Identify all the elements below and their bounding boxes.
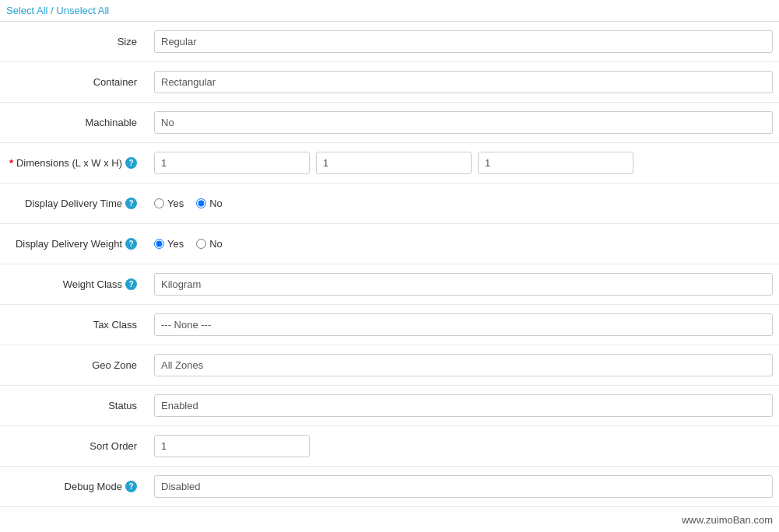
- dimension-w-input[interactable]: [316, 152, 472, 174]
- display-delivery-time-row: Display Delivery Time ? Yes No: [0, 184, 779, 224]
- geo-zone-select[interactable]: All Zones: [154, 354, 773, 376]
- size-row: Size Regular: [0, 22, 779, 62]
- display-delivery-weight-radio-group: Yes No: [154, 238, 773, 250]
- geo-zone-row: Geo Zone All Zones: [0, 345, 779, 386]
- dimensions-label: * Dimensions (L x W x H) ?: [0, 157, 148, 169]
- sort-order-input[interactable]: [154, 435, 310, 457]
- container-control: Rectangular: [148, 71, 779, 93]
- container-select[interactable]: Rectangular: [154, 71, 773, 93]
- debug-mode-row: Debug Mode ? Disabled: [0, 467, 779, 507]
- tax-class-label: Tax Class: [0, 319, 148, 331]
- required-star: *: [9, 157, 13, 169]
- dimensions-row: * Dimensions (L x W x H) ?: [0, 143, 779, 184]
- select-all-link[interactable]: Select All: [6, 5, 47, 16]
- display-delivery-time-label: Display Delivery Time ?: [0, 198, 148, 209]
- sort-order-control: [148, 435, 779, 457]
- delivery-weight-no-label[interactable]: No: [196, 238, 223, 250]
- display-delivery-time-radio-group: Yes No: [154, 198, 773, 209]
- debug-mode-label: Debug Mode ?: [0, 481, 148, 492]
- delivery-time-yes-radio[interactable]: [154, 198, 164, 208]
- delivery-time-yes-label[interactable]: Yes: [154, 198, 184, 209]
- delivery-weight-yes-label[interactable]: Yes: [154, 238, 184, 250]
- machinable-label: Machinable: [0, 117, 148, 128]
- tax-class-control: --- None ---: [148, 313, 779, 336]
- weight-class-help-icon[interactable]: ?: [125, 278, 137, 290]
- machinable-control: No: [148, 111, 779, 134]
- top-link-bar: Select All / Unselect All: [0, 0, 779, 22]
- page-wrapper: Select All / Unselect All Size Regular C…: [0, 0, 779, 532]
- status-label: Status: [0, 400, 148, 411]
- machinable-select[interactable]: No: [154, 111, 773, 134]
- debug-mode-help-icon[interactable]: ?: [125, 481, 137, 492]
- unselect-all-link[interactable]: Unselect All: [56, 5, 109, 16]
- weight-class-label: Weight Class ?: [0, 278, 148, 290]
- geo-zone-label: Geo Zone: [0, 359, 148, 371]
- display-delivery-weight-help-icon[interactable]: ?: [125, 238, 137, 250]
- delivery-weight-no-radio[interactable]: [196, 239, 206, 249]
- display-delivery-weight-control: Yes No: [148, 238, 779, 250]
- debug-mode-select[interactable]: Disabled: [154, 475, 773, 498]
- weight-class-control: Kilogram: [148, 273, 779, 296]
- delivery-weight-yes-radio[interactable]: [154, 239, 164, 249]
- dimensions-control: [148, 152, 779, 174]
- delivery-time-no-radio[interactable]: [196, 198, 206, 208]
- status-select[interactable]: Enabled: [154, 394, 773, 417]
- container-label: Container: [0, 76, 148, 88]
- display-delivery-weight-row: Display Delivery Weight ? Yes No: [0, 224, 779, 264]
- size-select[interactable]: Regular: [154, 30, 773, 53]
- delivery-time-no-label[interactable]: No: [196, 198, 223, 209]
- display-delivery-time-help-icon[interactable]: ?: [125, 198, 137, 209]
- size-control: Regular: [148, 30, 779, 53]
- sort-order-row: Sort Order: [0, 426, 779, 467]
- display-delivery-weight-label: Display Delivery Weight ?: [0, 238, 148, 250]
- display-delivery-time-control: Yes No: [148, 198, 779, 209]
- link-divider: /: [47, 5, 56, 16]
- dimensions-help-icon[interactable]: ?: [125, 157, 137, 169]
- container-row: Container Rectangular: [0, 62, 779, 103]
- size-label: Size: [0, 36, 148, 47]
- dimension-l-input[interactable]: [154, 152, 310, 174]
- debug-mode-control: Disabled: [148, 475, 779, 498]
- dimension-h-input[interactable]: [478, 152, 633, 174]
- watermark: www.zuimoBan.com: [682, 514, 773, 526]
- weight-class-row: Weight Class ? Kilogram: [0, 264, 779, 305]
- status-control: Enabled: [148, 394, 779, 417]
- machinable-row: Machinable No: [0, 103, 779, 143]
- tax-class-row: Tax Class --- None ---: [0, 305, 779, 345]
- geo-zone-control: All Zones: [148, 354, 779, 376]
- status-row: Status Enabled: [0, 386, 779, 426]
- weight-class-select[interactable]: Kilogram: [154, 273, 773, 296]
- tax-class-select[interactable]: --- None ---: [154, 313, 773, 336]
- sort-order-label: Sort Order: [0, 440, 148, 452]
